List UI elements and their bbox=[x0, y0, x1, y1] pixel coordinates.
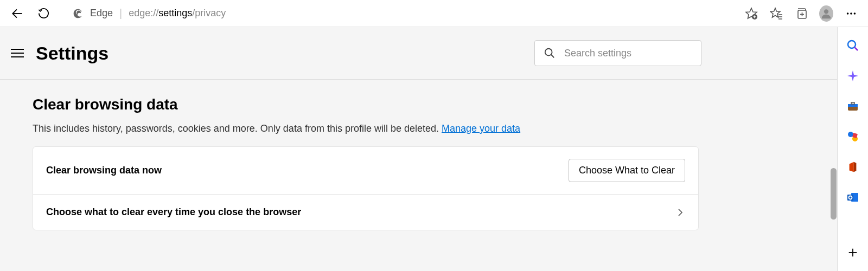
address-bar[interactable]: Edge | edge://settings/privacy bbox=[62, 4, 733, 23]
svg-point-12 bbox=[824, 9, 828, 14]
main-area: Settings Clear browsing data This includ… bbox=[0, 27, 838, 271]
choose-what-to-clear-button[interactable]: Choose What to Clear bbox=[569, 159, 685, 182]
separator: | bbox=[119, 7, 122, 20]
svg-line-19 bbox=[854, 47, 858, 50]
svg-point-18 bbox=[848, 41, 856, 48]
menu-button[interactable] bbox=[11, 47, 24, 60]
edge-sidebar bbox=[838, 27, 868, 271]
sidebar-briefcase-icon[interactable] bbox=[845, 99, 860, 114]
svg-point-16 bbox=[545, 49, 552, 56]
sidebar-search-icon[interactable] bbox=[845, 38, 860, 53]
search-input[interactable] bbox=[564, 48, 692, 59]
clear-on-close-row[interactable]: Choose what to clear every time you clos… bbox=[33, 195, 698, 230]
svg-point-14 bbox=[850, 12, 852, 15]
svg-marker-5 bbox=[770, 8, 780, 17]
url-text: edge://settings/privacy bbox=[129, 8, 226, 19]
refresh-button[interactable] bbox=[36, 6, 51, 21]
page-container: Settings Clear browsing data This includ… bbox=[0, 27, 868, 271]
page-title: Settings bbox=[36, 43, 108, 64]
clear-on-close-label: Choose what to clear every time you clos… bbox=[46, 207, 301, 218]
section-content: Clear browsing data This includes histor… bbox=[0, 80, 837, 247]
sidebar-add-icon[interactable] bbox=[845, 245, 860, 260]
search-icon bbox=[544, 47, 556, 59]
toolbar-right bbox=[744, 7, 858, 21]
svg-line-17 bbox=[551, 55, 554, 58]
sidebar-outlook-icon[interactable] bbox=[845, 190, 860, 205]
star-add-icon[interactable] bbox=[744, 7, 758, 21]
svg-point-15 bbox=[854, 12, 856, 15]
scrollbar-thumb[interactable] bbox=[831, 168, 837, 220]
avatar-icon bbox=[819, 5, 833, 22]
search-box[interactable] bbox=[534, 40, 701, 66]
scrollbar[interactable] bbox=[829, 27, 837, 271]
profile-avatar[interactable] bbox=[819, 7, 833, 21]
svg-rect-23 bbox=[851, 102, 854, 104]
edge-label: Edge bbox=[90, 8, 113, 19]
back-button[interactable] bbox=[10, 6, 25, 21]
settings-header: Settings bbox=[0, 27, 837, 80]
more-button[interactable] bbox=[844, 7, 858, 21]
sidebar-games-icon[interactable] bbox=[845, 129, 860, 144]
favorites-icon[interactable] bbox=[769, 7, 783, 21]
collections-icon[interactable] bbox=[794, 7, 808, 21]
browser-toolbar: Edge | edge://settings/privacy bbox=[0, 0, 868, 27]
section-description: This includes history, passwords, cookie… bbox=[33, 123, 805, 134]
section-title: Clear browsing data bbox=[33, 96, 805, 113]
svg-marker-20 bbox=[847, 70, 858, 81]
svg-point-13 bbox=[847, 12, 849, 15]
manage-your-data-link[interactable]: Manage your data bbox=[442, 123, 520, 134]
settings-card: Clear browsing data now Choose What to C… bbox=[33, 146, 699, 230]
chevron-right-icon bbox=[675, 208, 685, 217]
edge-logo-icon bbox=[73, 8, 84, 19]
clear-now-row: Clear browsing data now Choose What to C… bbox=[33, 147, 698, 195]
sidebar-star-icon[interactable] bbox=[845, 68, 860, 83]
sidebar-office-icon[interactable] bbox=[845, 159, 860, 175]
clear-now-label: Clear browsing data now bbox=[46, 165, 162, 176]
